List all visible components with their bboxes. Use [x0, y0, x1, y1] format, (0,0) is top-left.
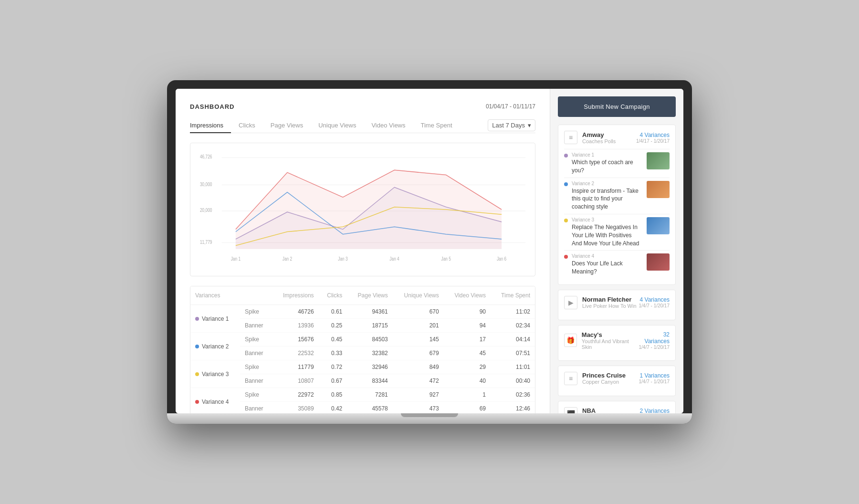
campaign-info: Amway Coaches Polls [582, 131, 616, 144]
variance-item: Variance 3 Replace The Negatives In Your… [564, 214, 670, 250]
campaign-dates: 1/4/7 - 1/20/17 [639, 379, 670, 384]
variance-item-content: Variance 2 Inspire or transform - Take t… [572, 181, 643, 211]
campaign-card-macys[interactable]: 🎁 Macy's Youthful And Vibrant Skin 32 Va… [558, 325, 676, 361]
campaign-header: ▶ Norman Fletcher Live Poker How To Win … [564, 296, 670, 309]
data-table: Variances Impressions Clicks Page Views … [190, 286, 535, 413]
campaign-meta: 4 Variances 1/4/17 - 1/20/17 [636, 132, 670, 144]
campaign-meta: 4 Variances 1/4/7 - 1/20/17 [639, 296, 670, 308]
variance-item-label: Variance 4 [572, 253, 643, 259]
variances-count: 2 Variances [639, 408, 670, 413]
variance-item-label: Variance 2 [572, 181, 643, 186]
variance-thumbnail [647, 152, 670, 169]
campaign-card-amway[interactable]: ≡ Amway Coaches Polls 4 Variances 1/4/17… [558, 125, 676, 285]
table-row: Banner350890.42455784736912:46 [190, 402, 535, 414]
campaign-icon-document: ≡ [564, 372, 577, 385]
submit-campaign-button[interactable]: Submit New Campaign [558, 96, 676, 117]
col-unique-views: Unique Views [393, 286, 444, 305]
variances-count: 1 Variances [639, 372, 670, 379]
campaign-subtitle: Live Poker How To Win [582, 303, 637, 309]
main-content: DASHBOARD 01/04/17 - 01/11/17 Impression… [176, 89, 550, 413]
campaign-dates: 1/4/7 - 1/20/17 [639, 303, 670, 308]
col-video-views: Video Views [444, 286, 491, 305]
period-selector[interactable]: Last 7 Days ▾ [488, 119, 535, 131]
variance-item: Variance 2 Inspire or transform - Take t… [564, 178, 670, 214]
svg-text:Jan 4: Jan 4 [389, 256, 399, 262]
campaign-info: Norman Fletcher Live Poker How To Win [582, 296, 637, 309]
variance-item-label: Variance 3 [572, 217, 643, 222]
variance-thumbnail [647, 253, 670, 271]
sidebar: Submit New Campaign ≡ Amway Coaches Poll… [550, 89, 683, 413]
variance-item: Variance 4 Does Your Life Lack Meaning? [564, 250, 670, 279]
campaign-info: NBA Motivation In Life [582, 407, 622, 413]
col-time-spent: Time Spent [491, 286, 535, 305]
col-impressions: Impressions [272, 286, 318, 305]
table-row: Banner225320.33323826794507:51 [190, 346, 535, 360]
variance-thumbnail [647, 181, 670, 198]
campaign-header: ⬛ NBA Motivation In Life 2 Variances 1/4… [564, 407, 670, 413]
variance-item-label: Variance 1 [572, 152, 643, 158]
campaign-meta: 1 Variances 1/4/7 - 1/20/17 [639, 372, 670, 384]
campaign-meta: 2 Variances 1/4/7 - 1/20/17 [639, 408, 670, 413]
tab-impressions[interactable]: Impressions [190, 118, 231, 133]
campaign-name: Norman Fletcher [582, 296, 637, 303]
variances-count: 32 Variances [638, 331, 670, 345]
variance-dot [564, 255, 568, 259]
chart-svg: 46,726 30,000 20,000 11,779 Jan 1 Jan 2 … [200, 153, 525, 266]
campaign-header: ≡ Princes Cruise Copper Canyon 1 Varianc… [564, 372, 670, 385]
col-page-views: Page Views [347, 286, 392, 305]
campaign-card-princes-cruise[interactable]: ≡ Princes Cruise Copper Canyon 1 Varianc… [558, 366, 676, 396]
campaign-info: Macy's Youthful And Vibrant Skin [582, 331, 638, 350]
campaign-header-left: ⬛ NBA Motivation In Life [564, 407, 622, 413]
svg-text:30,000: 30,000 [200, 182, 212, 188]
date-range: 01/04/17 - 01/11/17 [486, 103, 535, 110]
campaign-header: ≡ Amway Coaches Polls 4 Variances 1/4/17… [564, 131, 670, 144]
campaign-subtitle: Youthful And Vibrant Skin [582, 338, 638, 350]
header-row: DASHBOARD 01/04/17 - 01/11/17 [190, 103, 535, 110]
table-row: Banner139360.25187152019402:34 [190, 319, 535, 333]
campaign-subtitle: Coaches Polls [582, 138, 616, 144]
variance-thumbnail [647, 217, 670, 234]
campaign-header-left: 🎁 Macy's Youthful And Vibrant Skin [564, 331, 638, 350]
tab-video-views[interactable]: Video Views [364, 118, 413, 133]
tab-page-views[interactable]: Page Views [263, 118, 311, 133]
campaign-subtitle: Copper Canyon [582, 379, 626, 385]
campaign-icon-video: ▶ [564, 296, 577, 309]
variance-item-content: Variance 1 Which type of coach are you? [572, 152, 643, 175]
campaign-header-left: ▶ Norman Fletcher Live Poker How To Win [564, 296, 637, 309]
svg-text:Jan 6: Jan 6 [497, 256, 506, 262]
campaign-name: Macy's [582, 331, 638, 338]
campaign-card-norman-fletcher[interactable]: ▶ Norman Fletcher Live Poker How To Win … [558, 290, 676, 320]
laptop-base [167, 413, 692, 424]
variance-item-content: Variance 4 Does Your Life Lack Meaning? [572, 253, 643, 276]
variance-item-content: Variance 3 Replace The Negatives In Your… [572, 217, 643, 247]
variance-dot [564, 154, 568, 158]
campaign-header: 🎁 Macy's Youthful And Vibrant Skin 32 Va… [564, 331, 670, 350]
variance-item-title: Replace The Negatives In Your Life With … [572, 223, 643, 247]
tab-clicks[interactable]: Clicks [231, 118, 263, 133]
variance-item-title: Does Your Life Lack Meaning? [572, 260, 643, 276]
campaigns-container: ≡ Amway Coaches Polls 4 Variances 1/4/17… [558, 125, 676, 413]
svg-text:46,726: 46,726 [200, 155, 212, 160]
variance-dot [564, 219, 568, 222]
table-row: Variance 2Spike156760.45845031451704:14 [190, 333, 535, 346]
svg-text:Jan 5: Jan 5 [441, 256, 450, 262]
tab-time-spent[interactable]: Time Spent [413, 118, 460, 133]
campaign-card-nba[interactable]: ⬛ NBA Motivation In Life 2 Variances 1/4… [558, 401, 676, 413]
tabs-row: Impressions Clicks Page Views Unique Vie… [190, 118, 535, 133]
campaign-name: Amway [582, 131, 616, 138]
chevron-down-icon: ▾ [528, 122, 531, 129]
campaign-dates: 1/4/7 - 1/20/17 [638, 345, 670, 350]
campaign-info: Princes Cruise Copper Canyon [582, 372, 626, 385]
svg-text:20,000: 20,000 [200, 208, 212, 213]
laptop-screen: DASHBOARD 01/04/17 - 01/11/17 Impression… [176, 89, 683, 413]
variances-count: 4 Variances [639, 296, 670, 303]
campaign-dates: 1/4/17 - 1/20/17 [636, 138, 670, 144]
variance-dot [564, 182, 568, 186]
table-row: Variance 1Spike467260.61943616709011:02 [190, 305, 535, 319]
svg-text:Jan 3: Jan 3 [338, 256, 347, 262]
col-clicks: Clicks [319, 286, 347, 305]
campaign-header-left: ≡ Amway Coaches Polls [564, 131, 616, 144]
tab-unique-views[interactable]: Unique Views [311, 118, 364, 133]
campaign-icon-tv: ⬛ [564, 407, 577, 413]
period-label: Last 7 Days [492, 122, 525, 129]
